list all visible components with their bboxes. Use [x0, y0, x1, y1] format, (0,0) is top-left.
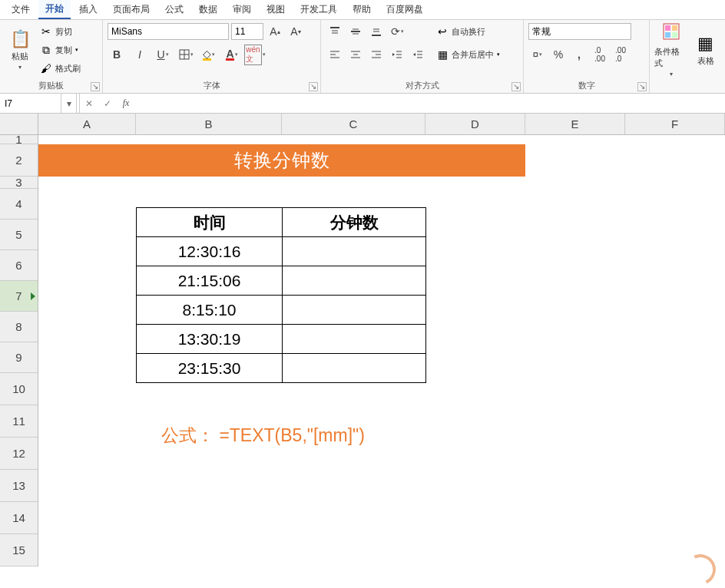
col-header-C[interactable]: C — [282, 114, 425, 134]
phonetic-button[interactable]: wén文▾ — [246, 46, 264, 63]
svg-rect-30 — [665, 25, 670, 31]
align-left-button[interactable] — [326, 46, 344, 63]
decrease-font-button[interactable]: A▾ — [286, 23, 305, 40]
menu-data[interactable]: 数据 — [192, 1, 224, 18]
menu-help[interactable]: 帮助 — [346, 1, 378, 18]
name-box[interactable] — [0, 94, 61, 113]
align-bottom-icon — [371, 26, 382, 37]
conditional-format-button[interactable]: 条件格式 ▾ — [654, 23, 688, 77]
clipboard-launcher[interactable]: ↘ — [91, 82, 100, 91]
menu-formula[interactable]: 公式 — [158, 1, 190, 18]
align-right-icon — [371, 49, 382, 60]
select-all-corner[interactable] — [0, 114, 38, 135]
merged-title-cell[interactable]: 转换分钟数 — [38, 144, 525, 177]
merge-icon: ▦ — [436, 48, 449, 61]
menu-file[interactable]: 文件 — [5, 1, 37, 18]
number-format-combo[interactable] — [528, 23, 631, 40]
row-header-5[interactable]: 5 — [0, 220, 38, 250]
align-center-button[interactable] — [346, 46, 365, 63]
menu-baidu[interactable]: 百度网盘 — [379, 1, 430, 18]
menu-layout[interactable]: 页面布局 — [106, 1, 157, 18]
menu-home[interactable]: 开始 — [38, 0, 71, 19]
decrease-indent-button[interactable] — [388, 46, 406, 63]
formula-note-expr: =TEXT(B5,"[mm]") — [219, 425, 364, 445]
sheet-area: A B C D E F 123456789101112131415 转换分钟数 … — [0, 114, 725, 588]
font-size-combo[interactable] — [231, 23, 263, 40]
underline-button[interactable]: U▾ — [154, 46, 172, 63]
copy-button[interactable]: ⧉ 复制 ▾ — [40, 41, 81, 58]
decrease-decimal-button[interactable]: .00.0 — [611, 46, 630, 63]
align-right-button[interactable] — [367, 46, 386, 63]
row-header-1[interactable]: 1 — [0, 135, 38, 144]
row-header-6[interactable]: 6 — [0, 250, 38, 281]
svg-rect-33 — [672, 32, 677, 38]
row-header-12[interactable]: 12 — [0, 438, 38, 470]
alignment-launcher[interactable]: ↘ — [511, 82, 521, 91]
cell-minutes[interactable] — [283, 296, 426, 325]
format-table-button[interactable]: ▦ 表格 — [693, 23, 719, 77]
merge-center-button[interactable]: ▦ 合并后居中 ▾ — [436, 46, 500, 63]
formula-input[interactable] — [135, 94, 725, 113]
row-header-11[interactable]: 11 — [0, 405, 38, 438]
menu-dev[interactable]: 开发工具 — [293, 1, 344, 18]
col-header-E[interactable]: E — [525, 114, 625, 134]
currency-button[interactable]: ¤▾ — [528, 46, 547, 63]
font-launcher[interactable]: ↘ — [309, 82, 318, 91]
number-launcher[interactable]: ↘ — [637, 82, 647, 91]
row-header-8[interactable]: 8 — [0, 312, 38, 342]
orientation-button[interactable]: ⟳▾ — [388, 23, 406, 40]
align-top-button[interactable] — [326, 23, 344, 40]
italic-button[interactable]: I — [131, 46, 149, 63]
cut-button[interactable]: ✂ 剪切 — [40, 23, 81, 40]
cell-time[interactable]: 13:30:19 — [137, 325, 283, 354]
row-header-4[interactable]: 4 — [0, 189, 38, 220]
cell-minutes[interactable] — [283, 325, 426, 354]
col-header-B[interactable]: B — [136, 114, 282, 134]
menu-review[interactable]: 审阅 — [226, 1, 258, 18]
row-header-2[interactable]: 2 — [0, 144, 38, 177]
row-header-13[interactable]: 13 — [0, 470, 38, 502]
cancel-formula-button[interactable]: ✕ — [80, 98, 98, 109]
row-header-14[interactable]: 14 — [0, 502, 38, 534]
cell-time[interactable]: 8:15:10 — [137, 296, 283, 325]
wrap-label: 自动换行 — [452, 26, 485, 38]
align-middle-button[interactable] — [346, 23, 365, 40]
cell-time[interactable]: 23:15:30 — [137, 354, 283, 383]
cell-minutes[interactable] — [283, 237, 426, 266]
row-header-15[interactable]: 15 — [0, 534, 38, 567]
font-name-combo[interactable] — [108, 23, 229, 40]
row-header-10[interactable]: 10 — [0, 373, 38, 405]
border-button[interactable]: ▾ — [177, 46, 195, 63]
col-header-F[interactable]: F — [625, 114, 725, 134]
border-icon — [179, 49, 190, 60]
fill-color-button[interactable]: ◇▾ — [200, 46, 218, 63]
cell-time[interactable]: 12:30:16 — [137, 237, 283, 266]
font-color-button[interactable]: A▾ — [223, 46, 241, 63]
header-minutes[interactable]: 分钟数 — [283, 208, 426, 237]
fx-button[interactable]: fx — [117, 97, 135, 109]
accept-formula-button[interactable]: ✓ — [98, 98, 117, 109]
increase-indent-button[interactable] — [409, 46, 427, 63]
header-time[interactable]: 时间 — [137, 208, 283, 237]
format-painter-button[interactable]: 🖌 格式刷 — [40, 60, 81, 77]
cell-minutes[interactable] — [283, 266, 426, 296]
menu-view[interactable]: 视图 — [260, 1, 292, 18]
increase-font-button[interactable]: A▴ — [266, 23, 284, 40]
percent-button[interactable]: % — [549, 46, 568, 63]
col-header-A[interactable]: A — [38, 114, 136, 134]
row-header-3[interactable]: 3 — [0, 177, 38, 189]
increase-decimal-button[interactable]: .0.00 — [591, 46, 609, 63]
row-header-9[interactable]: 9 — [0, 342, 38, 373]
name-box-dropdown[interactable]: ▾ — [61, 94, 77, 114]
paste-button[interactable]: 📋 粘贴 ▾ — [5, 23, 35, 77]
cell-minutes[interactable] — [283, 354, 426, 383]
comma-button[interactable]: , — [570, 46, 588, 63]
wrap-text-button[interactable]: ↩ 自动换行 — [436, 23, 500, 40]
cells-canvas[interactable]: 转换分钟数 时间 分钟数 12:30:16 21:15:06 8:15:10 1… — [38, 135, 725, 588]
cell-time[interactable]: 21:15:06 — [137, 266, 283, 296]
chevron-down-icon: ▾ — [670, 71, 673, 78]
menu-insert[interactable]: 插入 — [72, 1, 104, 18]
col-header-D[interactable]: D — [425, 114, 525, 134]
align-bottom-button[interactable] — [367, 23, 386, 40]
bold-button[interactable]: B — [108, 46, 126, 63]
